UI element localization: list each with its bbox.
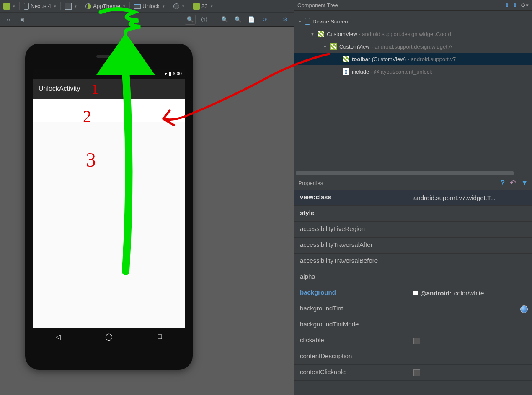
orientation-icon bbox=[65, 3, 72, 10]
collapse-icon[interactable]: ⇕ bbox=[505, 2, 509, 8]
refresh-icon: ⟳ bbox=[261, 16, 268, 23]
property-row[interactable]: contentDescription bbox=[294, 349, 532, 365]
app-bar: UnlockActivity bbox=[33, 79, 185, 99]
tree-row[interactable]: ▼Device Screen bbox=[294, 15, 532, 28]
app-title: UnlockActivity bbox=[39, 85, 80, 92]
zoom-fit-button[interactable]: 🔍 bbox=[185, 15, 196, 25]
property-value[interactable] bbox=[409, 333, 532, 349]
property-value[interactable]: @android:color/white bbox=[409, 285, 532, 301]
nav-bar: ◁ ◯ □ bbox=[33, 328, 185, 345]
clipboard-button[interactable]: 📄 bbox=[246, 15, 256, 25]
device-select[interactable]: Nexus 4 bbox=[22, 1, 58, 11]
property-row[interactable]: contextClickable bbox=[294, 365, 532, 381]
tree-scrollbar[interactable] bbox=[294, 170, 532, 176]
theme-select[interactable]: AppTheme bbox=[84, 1, 127, 11]
property-value[interactable] bbox=[409, 301, 532, 317]
component-tree[interactable]: ▼Device Screen▼CustomView - android.supp… bbox=[294, 11, 532, 170]
tree-label: CustomView - android.support.design.widg… bbox=[339, 44, 452, 50]
api-label: 23 bbox=[201, 3, 208, 9]
tree-expander-icon[interactable]: ▼ bbox=[323, 44, 328, 49]
tree-row[interactable]: ▼CustomView - android.support.design.wid… bbox=[294, 40, 532, 53]
property-row[interactable]: accessibilityLiveRegion bbox=[294, 222, 532, 238]
property-name: accessibilityTraversalAfter bbox=[294, 238, 409, 253]
api-select[interactable]: 23 bbox=[191, 1, 214, 11]
config-toolbar: Nexus 4 AppTheme Unlock 23 bbox=[0, 0, 294, 13]
checkbox[interactable] bbox=[413, 369, 420, 376]
property-value[interactable] bbox=[409, 254, 532, 269]
property-name: clickable bbox=[294, 333, 409, 349]
tree-expander-icon[interactable]: ▼ bbox=[297, 19, 302, 24]
property-row[interactable]: accessibilityTraversalBefore bbox=[294, 254, 532, 269]
design-surface-button[interactable] bbox=[2, 1, 17, 11]
device-icon bbox=[305, 18, 310, 25]
battery-icon: ▮ bbox=[169, 71, 171, 77]
tree-row[interactable]: ▼CustomView - android.support.design.wid… bbox=[294, 28, 532, 40]
locale-select[interactable] bbox=[172, 1, 186, 11]
property-value[interactable] bbox=[409, 317, 532, 333]
customview-icon bbox=[318, 31, 324, 37]
property-row[interactable]: view:classandroid.support.v7.widget.T... bbox=[294, 190, 532, 206]
tree-label: Device Screen bbox=[312, 18, 348, 25]
property-value[interactable] bbox=[409, 206, 532, 221]
tree-label: toolbar (CustomView) - android.support.v… bbox=[352, 56, 456, 62]
browse-icon[interactable] bbox=[520, 305, 528, 313]
zoom-100-icon: ⑴ bbox=[201, 16, 207, 23]
property-name: background bbox=[294, 285, 409, 301]
property-name: alpha bbox=[294, 269, 409, 285]
design-canvas[interactable]: ▾ ▮ 6:00 UnlockActivity ◁ ◯ □ bbox=[0, 27, 294, 395]
nav-home-icon: ◯ bbox=[105, 332, 113, 341]
clipboard-icon: 📄 bbox=[248, 16, 255, 23]
android-icon bbox=[3, 3, 10, 10]
speaker-slot bbox=[96, 55, 121, 58]
device-frame: ▾ ▮ 6:00 UnlockActivity ◁ ◯ □ bbox=[25, 44, 193, 370]
property-name: accessibilityLiveRegion bbox=[294, 222, 409, 237]
refresh-button[interactable]: ⟳ bbox=[260, 15, 270, 25]
device-label: Nexus 4 bbox=[31, 3, 51, 9]
property-row[interactable]: background@android:color/white bbox=[294, 285, 532, 301]
property-value[interactable] bbox=[409, 238, 532, 253]
property-name: backgroundTint bbox=[294, 301, 409, 317]
tree-expander-icon[interactable]: ▼ bbox=[310, 32, 315, 36]
property-row[interactable]: style bbox=[294, 206, 532, 222]
help-icon[interactable]: ? bbox=[500, 179, 505, 187]
property-name: contentDescription bbox=[294, 349, 409, 364]
property-row[interactable]: backgroundTintMode bbox=[294, 317, 532, 333]
tree-label: include - @layout/content_unlock bbox=[352, 69, 432, 75]
orientation-select[interactable] bbox=[63, 1, 78, 11]
filter-icon[interactable]: ▼ bbox=[521, 179, 528, 187]
device-screen: ▾ ▮ 6:00 UnlockActivity ◁ ◯ □ bbox=[33, 69, 185, 345]
property-name: view:class bbox=[294, 190, 409, 205]
properties-title: Properties bbox=[298, 180, 323, 186]
properties-table[interactable]: view:classandroid.support.v7.widget.T...… bbox=[294, 190, 532, 395]
property-row[interactable]: clickable bbox=[294, 333, 532, 349]
zoom-actual-button[interactable]: ⑴ bbox=[199, 15, 209, 25]
property-value[interactable] bbox=[409, 349, 532, 364]
property-row[interactable]: accessibilityTraversalAfter bbox=[294, 238, 532, 254]
toggle-width-button[interactable]: ↔ bbox=[3, 15, 13, 25]
expand-icon[interactable]: ⇕ bbox=[513, 2, 517, 8]
property-value[interactable] bbox=[409, 222, 532, 237]
property-value[interactable]: android.support.v7.widget.T... bbox=[409, 190, 532, 205]
checkbox[interactable] bbox=[413, 338, 420, 344]
tree-settings-icon[interactable]: ⚙▾ bbox=[521, 2, 529, 8]
toolbar-view[interactable] bbox=[33, 99, 185, 122]
android-icon bbox=[193, 3, 200, 10]
layout-select[interactable]: Unlock bbox=[132, 1, 166, 11]
undo-icon[interactable]: ↶ bbox=[510, 178, 516, 187]
property-row[interactable]: backgroundTint bbox=[294, 301, 532, 317]
tree-row[interactable]: ⟨⟩include - @layout/content_unlock bbox=[294, 65, 532, 78]
property-value[interactable] bbox=[409, 269, 532, 285]
property-row[interactable]: alpha bbox=[294, 269, 532, 285]
property-value[interactable] bbox=[409, 365, 532, 380]
property-name: contextClickable bbox=[294, 365, 409, 380]
nav-recent-icon: □ bbox=[155, 332, 164, 341]
component-tree-header: Component Tree ⇕ ⇕ ⚙▾ bbox=[294, 0, 532, 11]
tree-row[interactable]: toolbar (CustomView) - android.support.v… bbox=[294, 53, 532, 65]
settings-button[interactable]: ⚙ bbox=[280, 15, 290, 25]
toggle-viewport-button[interactable]: ▣ bbox=[17, 15, 27, 25]
zoom-in-button[interactable]: 🔍 bbox=[220, 15, 230, 25]
zoom-out-button[interactable]: 🔍 bbox=[233, 15, 243, 25]
zoom-in-icon: 🔍 bbox=[221, 16, 228, 23]
status-bar: ▾ ▮ 6:00 bbox=[33, 69, 185, 79]
include-icon: ⟨⟩ bbox=[343, 68, 349, 75]
